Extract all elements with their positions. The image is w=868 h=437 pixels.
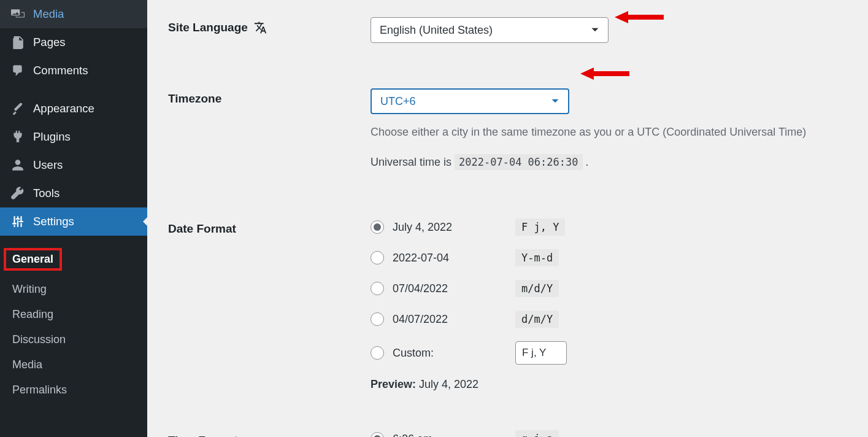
row-site-language: Site Language English (United States): [168, 6, 868, 54]
universal-time-code: 2022-07-04 06:26:30: [455, 154, 582, 170]
settings-general-form: Site Language English (United States) Ti…: [147, 0, 868, 437]
pages-icon: [11, 36, 25, 49]
site-language-select[interactable]: English (United States): [371, 17, 609, 43]
radio-input[interactable]: [371, 312, 384, 326]
format-code: g:i a: [515, 430, 559, 437]
format-code: F j, Y: [515, 218, 565, 236]
comments-icon: [11, 64, 25, 77]
submenu-item-writing[interactable]: Writing: [0, 277, 147, 302]
svg-marker-1: [580, 68, 629, 80]
radio-input[interactable]: [371, 251, 384, 265]
submenu-item-media[interactable]: Media: [0, 352, 147, 377]
translate-icon: [254, 21, 267, 34]
sidebar-item-label: Comments: [33, 64, 88, 77]
tools-icon: [11, 187, 25, 200]
row-timezone: Timezone UTC+6 Choose either a city in t…: [168, 54, 868, 182]
sidebar-item-comments[interactable]: Comments: [0, 56, 147, 85]
label-date-format: Date Format: [168, 218, 371, 236]
sidebar-item-tools[interactable]: Tools: [0, 179, 147, 207]
sidebar-item-media[interactable]: Media: [0, 0, 147, 28]
format-code: Y-m-d: [515, 249, 559, 266]
timezone-select[interactable]: UTC+6: [371, 88, 569, 114]
date-format-custom-input[interactable]: [515, 341, 567, 365]
sidebar-item-label: Settings: [33, 215, 74, 228]
date-format-option-0[interactable]: July 4, 2022 F j, Y: [371, 218, 868, 236]
format-code: m/d/Y: [515, 280, 559, 297]
sidebar-item-settings[interactable]: Settings: [0, 207, 147, 236]
settings-icon: [11, 215, 25, 228]
admin-sidebar: Media Pages Comments Appearance Plugins …: [0, 0, 147, 437]
submenu-item-reading[interactable]: Reading: [0, 302, 147, 327]
settings-submenu: General Writing Reading Discussion Media…: [0, 236, 147, 411]
annotation-arrow-icon: [615, 10, 664, 25]
sidebar-item-users[interactable]: Users: [0, 151, 147, 179]
radio-input[interactable]: [371, 346, 384, 360]
sidebar-item-label: Users: [33, 158, 63, 172]
label-timezone: Timezone: [168, 88, 371, 106]
chevron-down-icon: [548, 95, 562, 108]
annotation-arrow-icon: [580, 66, 629, 81]
submenu-item-discussion[interactable]: Discussion: [0, 327, 147, 352]
format-code: d/m/Y: [515, 311, 559, 328]
date-format-option-1[interactable]: 2022-07-04 Y-m-d: [371, 249, 868, 266]
users-icon: [11, 158, 25, 172]
date-format-preview: Preview: July 4, 2022: [371, 378, 868, 391]
svg-marker-0: [615, 11, 664, 23]
sidebar-item-label: Media: [33, 7, 64, 21]
radio-input[interactable]: [371, 220, 384, 234]
universal-time-text: Universal time is 2022-07-04 06:26:30 .: [371, 154, 868, 171]
date-format-option-3[interactable]: 04/07/2022 d/m/Y: [371, 311, 868, 328]
submenu-item-permalinks[interactable]: Permalinks: [0, 377, 147, 403]
sidebar-item-appearance[interactable]: Appearance: [0, 95, 147, 123]
radio-input[interactable]: [371, 432, 384, 437]
radio-input[interactable]: [371, 282, 384, 295]
label-site-language: Site Language: [168, 17, 371, 34]
sidebar-item-label: Pages: [33, 36, 65, 49]
date-format-option-2[interactable]: 07/04/2022 m/d/Y: [371, 280, 868, 297]
media-icon: [11, 7, 25, 21]
time-format-option-0[interactable]: 6:26 am g:i a: [371, 430, 868, 437]
chevron-down-icon: [588, 23, 602, 37]
timezone-helper-text: Choose either a city in the same timezon…: [371, 124, 868, 141]
appearance-icon: [11, 102, 25, 115]
label-time-format: Time Format: [168, 430, 371, 437]
sidebar-item-label: Plugins: [33, 130, 71, 144]
plugins-icon: [11, 130, 25, 144]
row-date-format: Date Format July 4, 2022 F j, Y 2022-07-…: [168, 182, 868, 402]
date-format-option-custom[interactable]: Custom:: [371, 341, 868, 365]
sidebar-item-plugins[interactable]: Plugins: [0, 123, 147, 151]
sidebar-item-pages[interactable]: Pages: [0, 28, 147, 56]
submenu-item-general[interactable]: General: [0, 242, 147, 277]
row-time-format: Time Format 6:26 am g:i a 6:26 AM g:i A: [168, 402, 868, 437]
sidebar-item-label: Appearance: [33, 102, 94, 115]
sidebar-item-label: Tools: [33, 187, 60, 200]
